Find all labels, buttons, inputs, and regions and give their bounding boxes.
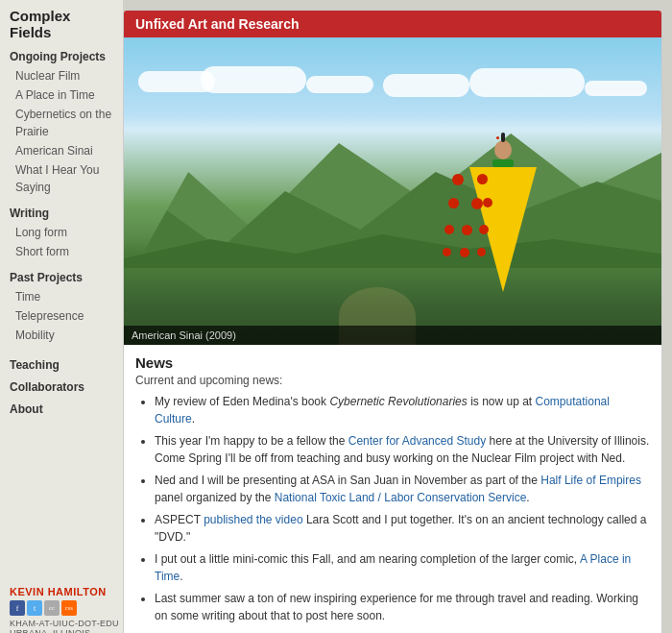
sidebar-item-long-form[interactable]: Long form bbox=[10, 223, 113, 242]
cloud-4 bbox=[383, 74, 469, 97]
project-image: American Sinai (2009) bbox=[124, 37, 661, 345]
sidebar-item-time[interactable]: Time bbox=[10, 287, 113, 306]
sidebar-item-what-i-hear[interactable]: What I Hear You Saying bbox=[10, 160, 113, 197]
project-title: Unfixed Art and Research bbox=[135, 16, 300, 32]
news-subheading: Current and upcoming news: bbox=[135, 374, 650, 387]
sidebar-item-american-sinai[interactable]: American Sinai bbox=[10, 141, 113, 160]
sidebar-item-mobility[interactable]: Mobility bbox=[10, 326, 113, 345]
content-body: News Current and upcoming news: My revie… bbox=[124, 354, 661, 633]
cloud-2 bbox=[201, 66, 306, 93]
list-item: ASPECT published the video Lara Scott an… bbox=[155, 511, 650, 546]
cloud-5 bbox=[469, 68, 585, 97]
site-title: Complex Fields bbox=[10, 8, 113, 40]
published-video-link[interactable]: published the video bbox=[204, 513, 302, 526]
sidebar-item-collaborators[interactable]: Collaborators bbox=[10, 377, 113, 399]
place-in-time-link[interactable]: A Place in Time bbox=[155, 552, 631, 583]
cloud-6 bbox=[585, 81, 647, 96]
writing-heading: Writing bbox=[10, 207, 113, 220]
sidebar-item-nuclear-film[interactable]: Nuclear Film bbox=[10, 66, 113, 85]
facebook-icon[interactable]: f bbox=[10, 600, 25, 616]
national-toxic-land-link[interactable]: National Toxic Land / Labor Conservation… bbox=[275, 491, 527, 504]
list-item: Last summer saw a ton of new inspiring e… bbox=[155, 590, 650, 624]
past-projects-heading: Past Projects bbox=[10, 271, 113, 284]
cloud-3 bbox=[306, 76, 373, 93]
project-image-container: American Sinai (2009) bbox=[124, 37, 661, 345]
sidebar-item-about[interactable]: About bbox=[10, 399, 113, 421]
sidebar-item-cybernetics[interactable]: Cybernetics on the Prairie bbox=[10, 105, 113, 141]
half-life-empires-link[interactable]: Half Life of Empires bbox=[540, 474, 641, 487]
list-item: This year I'm happy to be a fellow the C… bbox=[155, 432, 650, 467]
news-heading: News bbox=[135, 354, 650, 371]
sidebar-item-telepresence[interactable]: Telepresence bbox=[10, 306, 113, 326]
news-list: My review of Eden Medina's book Cybernet… bbox=[135, 393, 650, 624]
content-header: Unfixed Art and Research bbox=[124, 11, 661, 37]
clown-figure bbox=[469, 140, 537, 292]
list-item: I put out a little mini-comic this Fall,… bbox=[155, 550, 650, 585]
author-name: KEVIN HAMILTON bbox=[10, 586, 119, 597]
list-item: Ned and I will be presenting at ASA in S… bbox=[155, 472, 650, 506]
sidebar-item-short-form[interactable]: Short form bbox=[10, 242, 113, 261]
social-icons: f t cc rss bbox=[10, 600, 119, 616]
book-title: Cybernetic Revolutionaries bbox=[329, 395, 467, 408]
sidebar: Complex Fields Ongoing Projects Nuclear … bbox=[0, 0, 123, 633]
content-box: Unfixed Art and Research bbox=[123, 10, 662, 633]
author-email: KHAM-AT-UIUC-DOT-EDU bbox=[10, 619, 119, 628]
mountains-svg bbox=[124, 114, 661, 287]
ongoing-projects-heading: Ongoing Projects bbox=[10, 50, 113, 63]
author-location: URBANA, ILLINOIS bbox=[10, 628, 119, 633]
sidebar-item-place-in-time[interactable]: A Place in Time bbox=[10, 85, 113, 105]
main-content: Unfixed Art and Research bbox=[123, 0, 672, 633]
rss-icon[interactable]: rss bbox=[61, 600, 77, 616]
sidebar-item-teaching[interactable]: Teaching bbox=[10, 354, 113, 377]
cc-icon[interactable]: cc bbox=[44, 600, 60, 616]
list-item: My review of Eden Medina's book Cybernet… bbox=[155, 393, 650, 427]
center-advanced-study-link[interactable]: Center for Advanced Study bbox=[348, 434, 486, 448]
twitter-icon[interactable]: t bbox=[27, 600, 42, 616]
sidebar-footer: KEVIN HAMILTON f t cc rss KHAM-AT-UIUC-D… bbox=[10, 586, 119, 633]
image-caption: American Sinai (2009) bbox=[124, 326, 661, 345]
